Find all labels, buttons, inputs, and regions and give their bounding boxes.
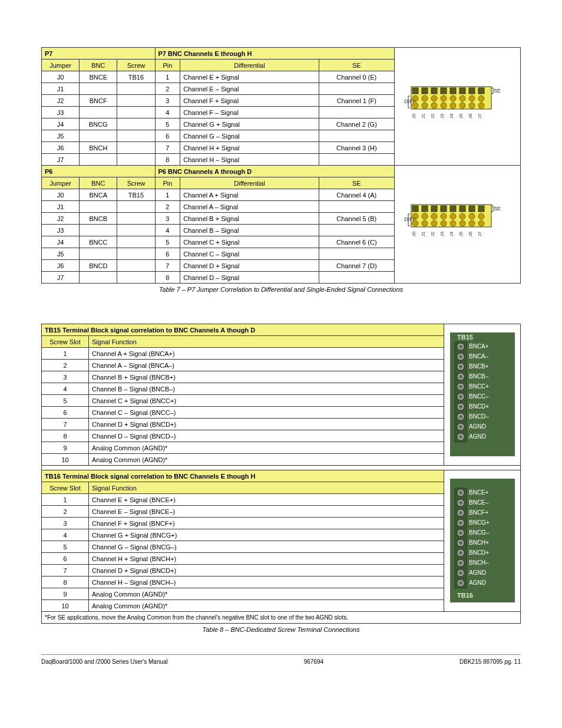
cell (117, 201, 155, 213)
column-header: Pin (155, 177, 180, 189)
svg-point-11 (431, 103, 437, 108)
svg-text:J6: J6 (468, 231, 473, 236)
cell: Channel D + Signal (BNCD+) (89, 419, 444, 430)
table-p7: P7 P7 BNC Channels E through H J0J1J2J3J… (41, 47, 521, 284)
svg-text:J7: J7 (477, 231, 482, 236)
cell (80, 83, 117, 95)
svg-text:J0: J0 (411, 231, 416, 236)
svg-rect-5 (422, 88, 428, 94)
cell (319, 248, 394, 260)
svg-rect-13 (441, 88, 447, 94)
cell: 3 (155, 213, 180, 225)
cell: Channel 3 (H) (319, 142, 394, 154)
svg-text:AGND: AGND (469, 569, 486, 576)
cell: J5 (42, 130, 80, 142)
svg-rect-9 (431, 88, 437, 94)
svg-rect-56 (459, 206, 465, 212)
cell: J6 (42, 260, 80, 272)
cell: Channel C – Signal (180, 248, 319, 260)
cell: Channel 6 (C) (319, 236, 394, 248)
cell: 2 (42, 360, 89, 371)
svg-point-23 (459, 103, 465, 108)
cell: J7 (42, 272, 80, 284)
svg-point-53 (450, 213, 456, 219)
cell: 6 (42, 553, 89, 565)
jumper-diagram-P7: J0J1J2J3J4J5J6J7 DIFF SE (404, 85, 510, 127)
cell (80, 272, 117, 284)
svg-point-45 (431, 213, 437, 219)
svg-point-86 (459, 385, 462, 388)
column-header: Jumper (42, 60, 80, 71)
cell (319, 107, 394, 118)
block-header: TB15 Terminal Block signal correlation t… (42, 324, 444, 336)
svg-text:BNCD+: BNCD+ (469, 549, 489, 556)
svg-point-41 (422, 213, 428, 219)
cell: 9 (42, 442, 89, 454)
cell (319, 154, 394, 166)
cell: Channel H – Signal (BNCH–) (89, 577, 444, 588)
cell (117, 272, 155, 284)
svg-point-18 (450, 95, 456, 101)
cell: Channel D – Signal (180, 272, 319, 284)
svg-text:BNCA+: BNCA+ (469, 343, 489, 350)
cell: Analog Common (AGND)* (89, 588, 444, 600)
svg-text:BNCG+: BNCG+ (469, 519, 490, 526)
cell: Channel G + Signal (180, 118, 319, 130)
svg-text:J6: J6 (468, 113, 473, 118)
svg-text:DIFF: DIFF (404, 98, 416, 104)
cell: J3 (42, 107, 80, 118)
cell: J3 (42, 225, 80, 236)
svg-rect-60 (469, 206, 475, 212)
cell: Channel 2 (G) (319, 118, 394, 130)
svg-point-19 (450, 103, 456, 108)
svg-text:J0: J0 (411, 113, 416, 118)
cell: Channel B + Signal (BNCB+) (89, 371, 444, 383)
cell: 10 (42, 454, 89, 466)
svg-point-10 (431, 95, 437, 101)
cell: Channel G – Signal (180, 130, 319, 142)
cell (319, 201, 394, 213)
cell (117, 154, 155, 166)
cell: 4 (42, 529, 89, 541)
cell: 7 (155, 260, 180, 272)
cell: Channel H + Signal (180, 142, 319, 154)
cell: J0 (42, 71, 80, 83)
svg-text:AGND: AGND (469, 433, 486, 440)
cell: Channel 1 (F) (319, 95, 394, 107)
cell: BNCB (80, 213, 117, 225)
cell (117, 95, 155, 107)
cell: 8 (155, 272, 180, 284)
table-7-caption: Table 7 – P7 Jumper Correlation to Diffe… (41, 284, 521, 300)
jumper-diagram-P6: J0J1J2J3J4J5J6J7 DIFF SE (404, 203, 510, 245)
svg-rect-44 (431, 206, 437, 212)
cell: BNCA (80, 189, 117, 201)
column-header: BNC (80, 60, 117, 71)
svg-point-42 (422, 220, 428, 226)
svg-text:BNCH–: BNCH– (469, 559, 489, 566)
svg-text:AGND: AGND (469, 423, 486, 430)
cell: Channel F + Signal (BNCF+) (89, 518, 444, 529)
cell (80, 225, 117, 236)
cell: Channel H + Signal (BNCH+) (89, 553, 444, 565)
svg-point-14 (441, 95, 447, 101)
cell: Channel A – Signal (BNCA–) (89, 360, 444, 371)
cell: Channel A + Signal (180, 189, 319, 201)
cell: J7 (42, 154, 80, 166)
cell: 1 (155, 189, 180, 201)
cell: 2 (155, 201, 180, 213)
svg-point-15 (441, 103, 447, 108)
terminal-block-TB16: TB16 BNCE+BNCE–BNCF+BNCG+BNCG–BNCH+BNCD+… (450, 479, 515, 602)
cell: BNCD (80, 260, 117, 272)
cell: 3 (155, 95, 180, 107)
svg-point-77 (459, 355, 462, 358)
svg-rect-17 (450, 88, 456, 94)
cell: Channel 5 (B) (319, 213, 394, 225)
svg-point-65 (478, 213, 484, 219)
svg-point-107 (459, 491, 462, 495)
svg-rect-29 (478, 88, 484, 94)
cell: Analog Common (AGND)* (89, 454, 444, 466)
svg-point-62 (469, 220, 475, 226)
table-7-wrap: P7 P7 BNC Channels E through H J0J1J2J3J… (41, 47, 521, 300)
svg-point-110 (459, 501, 462, 505)
svg-point-74 (459, 345, 462, 348)
